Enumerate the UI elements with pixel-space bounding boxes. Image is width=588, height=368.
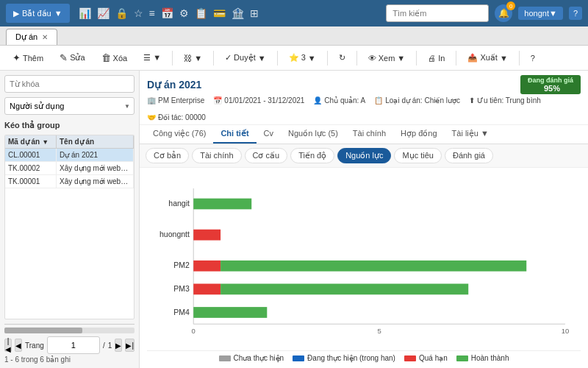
table-row[interactable]: TK.00002 Xây dựng mới website cho TCT [5,162,134,175]
xoa-button[interactable]: 🗑 Xóa [95,49,135,68]
pag-prev[interactable]: ◀ [15,339,22,352]
meta-type: 📋 Loại dự án: Chiến lược [374,96,460,105]
refresh-button[interactable]: ↻ [332,49,352,68]
star-icon[interactable]: ☆ [134,7,143,19]
table-row[interactable]: TK.00001 Xây dựng mới website cho TCT [5,175,134,188]
separator-6 [416,51,417,66]
progress-badge: Đang đánh giá 95% [520,75,581,94]
calendar-icon[interactable]: 📅 [161,7,173,19]
meta-partner: 🤝 Đối tác: 00000 [147,113,206,121]
tab-close-icon[interactable]: ✕ [42,33,48,41]
tab-project[interactable]: Dự án ✕ [6,29,57,45]
chart-bar-icon[interactable]: 📊 [79,7,91,19]
row-name: Xây dựng mới website cho TCT [57,162,134,174]
date-icon: 📅 [213,96,222,105]
subtab-co-ban[interactable]: Cơ bản [146,148,189,163]
user-select[interactable]: Người sử dụng [4,97,135,115]
clipboard-icon[interactable]: 📋 [195,7,207,19]
subtab-muc-tieu[interactable]: Mục tiêu [394,148,441,163]
in-button[interactable]: 🖨 In [421,49,451,68]
xoa-icon: 🗑 [101,52,111,63]
subtab-co-cau[interactable]: Cơ cấu [245,148,288,163]
bank-icon[interactable]: 🏦 [232,7,244,19]
row-name: Dự án 2021 [57,149,134,161]
xem-button[interactable]: 👁 Xem ▼ [362,49,412,68]
tab-tai-chinh[interactable]: Tài chính [345,125,393,144]
main-layout: Người sử dụng Kéo thả group Mã dự án ▼ T… [0,71,588,368]
svg-text:0: 0 [192,327,196,335]
sidebar: Người sử dụng Kéo thả group Mã dự án ▼ T… [0,71,140,368]
list-icon[interactable]: ≡ [149,7,155,19]
separator-5 [356,51,357,66]
chart-area: hangit huongntt PM2 PM3 PM4 [140,168,588,368]
svg-text:hangit: hangit [168,199,190,208]
svg-text:5: 5 [377,327,381,335]
user-select-wrapper: Người sử dụng [4,97,135,115]
print-icon: 🖨 [428,54,436,63]
separator-3 [277,51,278,66]
user-menu-button[interactable]: hongnt▼ [518,7,563,20]
start-button[interactable]: ▶ Bắt đầu ▼ [6,4,70,23]
pag-next[interactable]: ▶ [115,339,122,352]
scrollbar[interactable] [4,328,135,333]
legend-dang-dot [293,355,304,361]
pag-sep: / [103,342,105,350]
help-button[interactable]: ? [569,7,582,20]
lock-icon[interactable]: 🔒 [115,7,128,19]
link-icon: ⛓ ▼ [184,54,202,63]
tab-nguon-luc[interactable]: Nguồn lực (5) [281,125,345,144]
xuat-label: Xuất [480,53,498,63]
menu-button[interactable]: ☰ ▼ [137,49,168,68]
them-button[interactable]: ✦ Thêm [6,49,50,68]
legend-qua: Quá hạn [404,354,448,362]
subtab-tai-chinh[interactable]: Tài chính [192,148,241,163]
tab-cv[interactable]: Cv [257,125,281,144]
svg-text:PM2: PM2 [173,261,190,269]
card-icon[interactable]: 💳 [213,7,226,19]
top-nav: ▶ Bắt đầu ▼ 📊 📈 🔒 ☆ ≡ 📅 ⚙ 📋 💳 🏦 ⊞ 🔔 0 ho… [0,0,588,26]
star3-button[interactable]: ⭐ 3 ▼ [282,49,323,68]
tab-tai-lieu[interactable]: Tài liệu ▼ [445,125,496,144]
legend-qua-label: Quá hạn [419,354,448,362]
tab-cong-viec[interactable]: Công việc (76) [146,125,213,144]
tab-project-label: Dự án [15,32,37,42]
chart-line-icon[interactable]: 📈 [97,7,110,19]
keyword-input[interactable] [4,75,135,93]
subtab-tien-do[interactable]: Tiến độ [290,148,334,163]
top-nav-right: 🔔 0 hongnt▼ ? [386,4,582,22]
table-header: Mã dự án ▼ Tên dự án [5,135,134,149]
svg-text:huongntt: huongntt [159,230,190,238]
pag-current[interactable] [47,336,100,354]
pag-first[interactable]: |◀ [4,339,12,352]
sua-button[interactable]: ✎ Sửa [53,49,91,68]
them-icon: ✦ [12,52,21,63]
notification-button[interactable]: 🔔 0 [495,4,512,22]
project-meta: 🏢 PM Enterprise 📅 01/01/2021 - 31/12/202… [147,96,581,121]
bar-pm2-qua-han [193,261,220,272]
link-button[interactable]: ⛓ ▼ [177,49,209,68]
subtab-danh-gia[interactable]: Đánh giá [445,148,493,163]
bar-huongntt-qua-han [193,230,220,241]
meta-priority: ⬆ Ưu tiên: Trung bình [469,96,541,105]
separator-4 [327,51,328,66]
chart-legend: Chưa thực hiện Đang thực hiện (trong han… [147,350,581,365]
toolbar-help-button[interactable]: ? [524,49,542,68]
start-icon: ▶ [13,9,19,18]
search-input[interactable] [386,4,489,22]
subtab-nguon-luc[interactable]: Nguồn lực [337,148,391,163]
tab-bar: Dự án ✕ [0,26,588,46]
tab-chi-tiet[interactable]: Chi tiết [213,125,256,144]
row-code: TK.00002 [5,162,57,174]
sua-icon: ✎ [60,52,68,63]
duyet-button[interactable]: ✓ Duyệt ▼ [218,49,273,68]
meta-company: 🏢 PM Enterprise [147,96,204,105]
project-title: Dự án 2021 [147,79,201,91]
xuat-button[interactable]: 📤 Xuất ▼ [461,49,514,68]
filter-icon[interactable]: ▼ [42,138,49,146]
grid-icon[interactable]: ⊞ [250,7,259,19]
gear-icon[interactable]: ⚙ [179,7,189,19]
tab-hop-dong[interactable]: Hợp đồng [393,125,444,144]
pag-last[interactable]: ▶| [125,339,135,352]
legend-chua: Chưa thực hiện [219,354,284,362]
table-row[interactable]: CL.00001 Dự án 2021 [5,149,134,162]
